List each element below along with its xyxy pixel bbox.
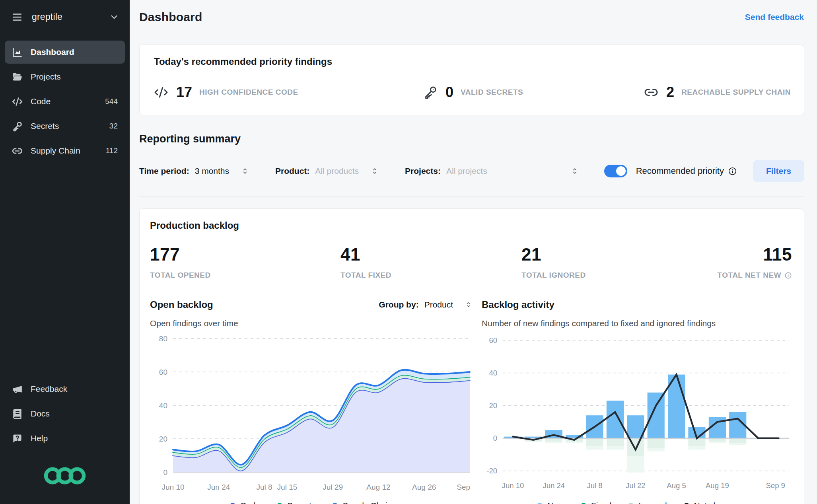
x-axis-label: Jun 24	[207, 483, 230, 491]
projects-select[interactable]: Projects: All projects	[405, 166, 579, 176]
sidebar-item-help[interactable]: Help	[5, 427, 125, 450]
priority-findings-card: Today's recommended priority findings 17…	[139, 45, 804, 115]
filter-row: Time period: 3 months Product: All produ…	[139, 160, 804, 182]
y-axis-label: 20	[489, 401, 497, 410]
x-axis-label: Jul 22	[626, 481, 646, 490]
bar-fixed	[709, 438, 726, 442]
area-band	[173, 378, 470, 472]
recommended-priority-label: Recommended priority	[636, 166, 724, 176]
sidebar-item-label: Projects	[31, 72, 61, 82]
time-period-select[interactable]: Time period: 3 months	[139, 166, 249, 176]
group-by-label: Group by:	[379, 300, 418, 309]
x-axis-label: Sep 9	[457, 483, 472, 491]
stat-label: TOTAL OPENED	[150, 271, 340, 280]
bar-ignored	[648, 448, 665, 451]
sidebar-item-count: 112	[106, 146, 118, 155]
x-axis-label: Jul 8	[256, 483, 272, 491]
stat-total-net-new: 115 TOTAL NET NEW	[717, 245, 792, 280]
backlog-activity-subtitle: Number of new findings compared to fixed…	[482, 319, 792, 328]
bar-fixed	[607, 438, 624, 447]
main-area: Dashboard Send feedback Today's recommen…	[130, 0, 817, 504]
legend-item-net-change: Net change	[684, 501, 737, 504]
sidebar-item-supply-chain[interactable]: Supply Chain 112	[5, 139, 125, 162]
info-icon[interactable]	[728, 167, 737, 176]
y-axis-label: 80	[159, 335, 167, 343]
greptile-logo	[5, 451, 125, 504]
stat-label: REACHABLE SUPPLY CHAIN	[681, 88, 791, 97]
backlog-title: Production backlog	[150, 220, 792, 231]
section-divider	[139, 196, 804, 197]
sidebar-nav: Dashboard Projects Code 544 Secrets	[0, 34, 130, 164]
x-axis-label: Jul 29	[323, 483, 343, 491]
sidebar-item-feedback[interactable]: Feedback	[5, 378, 125, 401]
stat-valid-secrets[interactable]: 0 VALID SECRETS	[423, 84, 644, 101]
stat-label: VALID SECRETS	[461, 88, 523, 97]
bar-ignored	[586, 446, 603, 450]
sidebar-item-docs[interactable]: Docs	[5, 402, 125, 425]
bar-fixed	[729, 438, 746, 443]
stat-high-confidence-code[interactable]: 17 HIGH CONFIDENCE CODE	[154, 84, 423, 101]
x-axis-label: Jun 24	[543, 481, 565, 490]
y-axis-label: 60	[159, 368, 167, 376]
page-header: Dashboard Send feedback	[130, 0, 817, 34]
x-axis-label: Jul 15	[277, 483, 298, 491]
filter-label: Projects:	[405, 166, 441, 176]
backlog-activity-title: Backlog activity	[482, 299, 554, 310]
code-icon	[154, 85, 168, 99]
link-icon	[12, 146, 23, 156]
bar-ignored	[688, 446, 705, 450]
stat-value: 0	[445, 84, 453, 101]
filter-label: Product:	[275, 166, 309, 176]
group-by-select[interactable]: Group by: Product	[379, 300, 472, 309]
link-icon	[644, 85, 658, 99]
legend-item-ignored: Ignored	[628, 501, 667, 504]
megaphone-icon	[12, 384, 23, 395]
workspace-switcher[interactable]: greptile	[0, 0, 130, 34]
sidebar-item-dashboard[interactable]: Dashboard	[5, 41, 125, 64]
stat-total-fixed: 41 TOTAL FIXED	[340, 245, 521, 280]
unfold-icon	[465, 301, 472, 308]
unfold-icon	[371, 167, 379, 175]
chart-area-icon	[12, 47, 23, 58]
sidebar-item-label: Help	[31, 434, 48, 443]
x-axis-label: Jun 10	[502, 481, 524, 490]
send-feedback-link[interactable]: Send feedback	[745, 12, 804, 22]
recommended-priority-toggle[interactable]	[604, 165, 627, 177]
bar-ignored	[627, 456, 644, 473]
production-backlog-card: Production backlog 177 TOTAL OPENED 41 T…	[139, 208, 804, 504]
stat-value: 41	[340, 245, 521, 265]
bar-fixed	[648, 438, 665, 448]
x-axis-label: Aug 19	[706, 481, 729, 490]
stat-reachable-supply-chain[interactable]: 2 REACHABLE SUPPLY CHAIN	[644, 84, 791, 101]
backlog-activity-chart: -200204060Jun 10Jun 24Jul 8Jul 22Aug 5Au…	[482, 332, 793, 499]
x-axis-label: Aug 26	[412, 483, 436, 491]
info-icon[interactable]	[784, 272, 792, 279]
stat-total-opened: 177 TOTAL OPENED	[150, 245, 340, 280]
product-select[interactable]: Product: All products	[275, 166, 379, 176]
app-root: greptile Dashboard Projects	[0, 0, 817, 504]
sidebar-item-count: 32	[109, 122, 118, 130]
bar-fixed	[627, 438, 644, 456]
chevron-down-icon[interactable]	[109, 12, 119, 22]
bar-ignored	[566, 442, 583, 443]
legend-item-secrets: Secrets	[277, 501, 315, 504]
stat-label: HIGH CONFIDENCE CODE	[199, 88, 298, 97]
y-axis-label: -20	[486, 467, 497, 475]
unfold-icon	[571, 167, 579, 175]
menu-icon[interactable]	[11, 11, 23, 23]
sidebar-item-label: Dashboard	[31, 47, 74, 57]
open-backlog-chart: 020406080Jun 10Jun 24Jul 8Jul 15Jul 29Au…	[150, 332, 472, 499]
y-axis-label: 20	[159, 435, 167, 443]
book-icon	[12, 409, 23, 419]
sidebar-item-code[interactable]: Code 544	[5, 90, 125, 113]
page-content: Today's recommended priority findings 17…	[130, 34, 817, 504]
bar-fixed	[688, 438, 705, 447]
stat-value: 115	[717, 245, 792, 265]
open-backlog-title: Open backlog	[150, 299, 213, 310]
priority-card-title: Today's recommended priority findings	[154, 56, 790, 67]
sidebar-item-secrets[interactable]: Secrets 32	[5, 115, 125, 138]
filters-button[interactable]: Filters	[753, 160, 804, 182]
sidebar-item-projects[interactable]: Projects	[5, 65, 125, 88]
x-axis-label: Jul 8	[587, 481, 602, 490]
charts-row: Open backlog Group by: Product Open find…	[150, 298, 792, 504]
